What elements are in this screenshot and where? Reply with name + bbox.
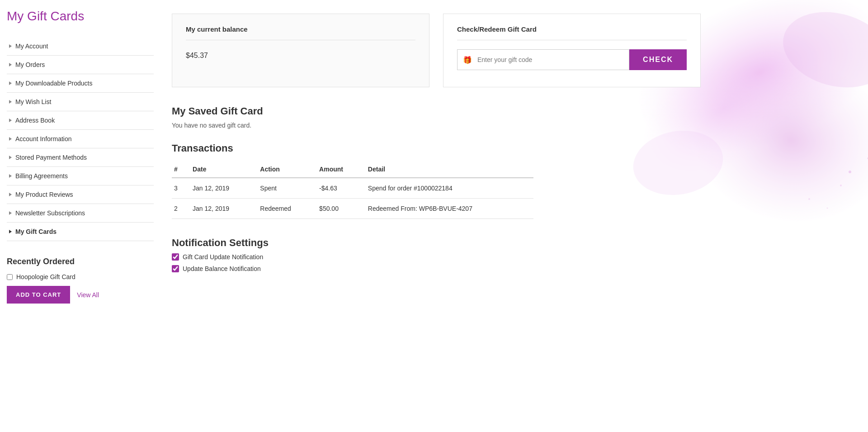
chevron-icon — [9, 193, 12, 196]
notification-item-update-balance: Update Balance Notification — [172, 265, 850, 272]
sidebar-item-label: My Product Reviews — [15, 191, 73, 198]
chevron-icon — [9, 174, 12, 178]
cell-amount: -$4.63 — [317, 178, 366, 199]
sidebar-item-my-orders[interactable]: My Orders — [7, 56, 154, 74]
recently-ordered-item: Hoopologie Gift Card — [7, 273, 147, 280]
balance-panel: My current balance $45.37 — [172, 14, 429, 87]
gift-icon: 🎁 — [458, 56, 477, 64]
add-to-cart-button[interactable]: ADD TO CART — [7, 286, 70, 304]
sidebar-item-newsletter-subscriptions[interactable]: Newsletter Subscriptions — [7, 204, 154, 223]
sidebar-item-my-wish-list[interactable]: My Wish List — [7, 93, 154, 111]
sidebar-item-label: My Orders — [15, 61, 45, 68]
sidebar-item-label: My Downloadable Products — [15, 80, 92, 87]
col-header-date: Date — [190, 161, 258, 178]
cell-date: Jan 12, 2019 — [190, 178, 258, 199]
sidebar-link-my-orders[interactable]: My Orders — [7, 56, 154, 74]
notification-settings-section: Notification Settings Gift Card Update N… — [172, 237, 850, 272]
sidebar-item-label: Billing Agreements — [15, 172, 68, 180]
notification-label-update-balance: Update Balance Notification — [183, 265, 261, 272]
saved-gift-card-message: You have no saved gift card. — [172, 122, 850, 129]
cell-date: Jan 12, 2019 — [190, 199, 258, 219]
sidebar-item-label: Newsletter Subscriptions — [15, 209, 85, 217]
top-panels: My current balance $45.37 Check/Redeem G… — [172, 14, 850, 87]
sidebar-item-label: My Account — [15, 43, 48, 50]
chevron-icon — [9, 211, 12, 215]
chevron-icon — [9, 44, 12, 48]
sidebar-item-account-information[interactable]: Account Information — [7, 130, 154, 148]
chevron-icon — [9, 63, 12, 66]
cell-detail: Redeemed From: WP6B-BVUE-4207 — [366, 199, 533, 219]
sidebar-link-my-downloadable-products[interactable]: My Downloadable Products — [7, 74, 154, 92]
sidebar-link-address-book[interactable]: Address Book — [7, 111, 154, 129]
sidebar-item-label: Stored Payment Methods — [15, 154, 87, 161]
transactions-tbody: 3Jan 12, 2019Spent-$4.63Spend for order … — [172, 178, 533, 219]
sidebar-item-address-book[interactable]: Address Book — [7, 111, 154, 130]
notification-label-gift-card-update: Gift Card Update Notification — [183, 253, 263, 261]
chevron-icon — [9, 81, 12, 85]
sidebar-link-my-account[interactable]: My Account — [7, 37, 154, 55]
recently-ordered-section: Recently Ordered Hoopologie Gift Card AD… — [7, 257, 154, 304]
transactions-title: Transactions — [172, 142, 850, 154]
transactions-header-row: #DateActionAmountDetail — [172, 161, 533, 178]
sidebar-nav: My AccountMy OrdersMy Downloadable Produ… — [7, 37, 154, 241]
cell-action: Redeemed — [258, 199, 317, 219]
transactions-table: #DateActionAmountDetail 3Jan 12, 2019Spe… — [172, 161, 533, 219]
sidebar-link-newsletter-subscriptions[interactable]: Newsletter Subscriptions — [7, 204, 154, 222]
saved-gift-card-title: My Saved Gift Card — [172, 105, 850, 117]
recently-ordered-title: Recently Ordered — [7, 257, 147, 266]
main-content: My current balance $45.37 Check/Redeem G… — [154, 0, 868, 432]
notification-settings-title: Notification Settings — [172, 237, 850, 249]
sidebar-link-billing-agreements[interactable]: Billing Agreements — [7, 167, 154, 185]
chevron-icon — [9, 137, 12, 141]
sidebar-link-my-gift-cards[interactable]: My Gift Cards — [7, 223, 154, 241]
sidebar-item-label: Address Book — [15, 117, 55, 124]
cell-amount: $50.00 — [317, 199, 366, 219]
chevron-icon — [9, 119, 12, 122]
cell-detail: Spend for order #1000022184 — [366, 178, 533, 199]
page-title: My Gift Cards — [7, 9, 154, 24]
col-header-amount: Amount — [317, 161, 366, 178]
sidebar-link-my-product-reviews[interactable]: My Product Reviews — [7, 185, 154, 204]
sidebar-link-my-wish-list[interactable]: My Wish List — [7, 93, 154, 111]
col-header-action: Action — [258, 161, 317, 178]
gift-code-row: 🎁 CHECK — [457, 49, 687, 70]
check-button[interactable]: CHECK — [629, 49, 687, 70]
redeem-panel-title: Check/Redeem Gift Card — [457, 25, 687, 40]
sidebar-item-stored-payment-methods[interactable]: Stored Payment Methods — [7, 148, 154, 167]
cell-num: 3 — [172, 178, 190, 199]
sidebar-link-stored-payment-methods[interactable]: Stored Payment Methods — [7, 148, 154, 166]
recently-ordered-item-label: Hoopologie Gift Card — [16, 273, 75, 280]
recently-ordered-actions: ADD TO CART View All — [7, 286, 147, 304]
sidebar-item-my-account[interactable]: My Account — [7, 37, 154, 56]
table-row: 2Jan 12, 2019Redeemed$50.00Redeemed From… — [172, 199, 533, 219]
sidebar-item-label: My Wish List — [15, 98, 51, 105]
chevron-icon — [9, 230, 12, 233]
sidebar-link-account-information[interactable]: Account Information — [7, 130, 154, 148]
gift-code-input-wrapper: 🎁 — [457, 49, 629, 70]
sidebar-item-label: My Gift Cards — [15, 228, 57, 235]
cell-action: Spent — [258, 178, 317, 199]
balance-panel-title: My current balance — [186, 25, 415, 40]
cell-num: 2 — [172, 199, 190, 219]
sidebar-item-my-downloadable-products[interactable]: My Downloadable Products — [7, 74, 154, 93]
notification-checkbox-gift-card-update[interactable] — [172, 253, 179, 261]
chevron-icon — [9, 100, 12, 104]
view-all-link[interactable]: View All — [77, 291, 99, 299]
sidebar: My Gift Cards My AccountMy OrdersMy Down… — [0, 0, 154, 432]
col-header-detail: Detail — [366, 161, 533, 178]
sidebar-item-my-gift-cards[interactable]: My Gift Cards — [7, 223, 154, 241]
col-header-#: # — [172, 161, 190, 178]
notification-checkbox-update-balance[interactable] — [172, 265, 179, 272]
recently-ordered-checkbox[interactable] — [7, 274, 13, 280]
redeem-panel: Check/Redeem Gift Card 🎁 CHECK — [443, 14, 701, 87]
gift-code-input[interactable] — [477, 56, 629, 63]
sidebar-item-my-product-reviews[interactable]: My Product Reviews — [7, 185, 154, 204]
transactions-thead: #DateActionAmountDetail — [172, 161, 533, 178]
sidebar-item-label: Account Information — [15, 135, 72, 142]
sidebar-item-billing-agreements[interactable]: Billing Agreements — [7, 167, 154, 185]
transactions-section: Transactions #DateActionAmountDetail 3Ja… — [172, 142, 850, 219]
notification-item-gift-card-update: Gift Card Update Notification — [172, 253, 850, 261]
chevron-icon — [9, 156, 12, 159]
balance-amount: $45.37 — [186, 52, 415, 60]
table-row: 3Jan 12, 2019Spent-$4.63Spend for order … — [172, 178, 533, 199]
